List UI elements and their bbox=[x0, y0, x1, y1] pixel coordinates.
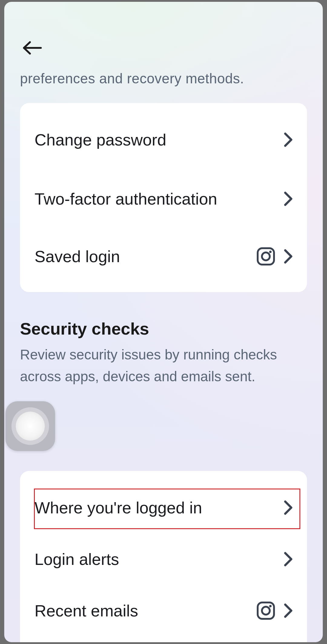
row-label: Two-factor authentication bbox=[35, 188, 284, 209]
svg-rect-4 bbox=[258, 602, 274, 619]
chevron-right-icon bbox=[284, 603, 292, 618]
chevron-right-icon bbox=[284, 192, 292, 206]
instagram-icon bbox=[256, 601, 276, 620]
row-label: Login alerts bbox=[35, 549, 284, 570]
chevron-right-icon bbox=[284, 249, 292, 264]
login-recovery-card: Change password Two-factor authenticatio… bbox=[20, 103, 307, 292]
row-change-password[interactable]: Change password bbox=[35, 114, 292, 165]
header-subtitle: preferences and recovery methods. bbox=[20, 69, 244, 88]
instagram-icon bbox=[256, 247, 276, 266]
security-checks-title: Security checks bbox=[20, 319, 149, 339]
row-label: Recent emails bbox=[35, 600, 256, 621]
row-two-factor-authentication[interactable]: Two-factor authentication bbox=[35, 165, 292, 232]
chevron-right-icon bbox=[284, 552, 292, 566]
assistive-touch-button[interactable] bbox=[5, 401, 55, 451]
svg-point-5 bbox=[262, 607, 270, 615]
row-label: Change password bbox=[35, 129, 284, 150]
svg-rect-1 bbox=[258, 248, 274, 265]
row-login-alerts[interactable]: Login alerts bbox=[35, 533, 292, 585]
row-where-youre-logged-in[interactable]: Where you're logged in bbox=[35, 482, 292, 533]
row-label: Where you're logged in bbox=[35, 497, 284, 518]
security-checks-description: Review security issues by running checks… bbox=[20, 344, 307, 387]
settings-screen: preferences and recovery methods. Change… bbox=[4, 2, 323, 642]
row-recent-emails[interactable]: Recent emails bbox=[35, 585, 292, 636]
row-security-checkup[interactable]: Security Checkup bbox=[35, 636, 292, 642]
row-saved-login[interactable]: Saved login bbox=[35, 232, 292, 281]
chevron-right-icon bbox=[284, 132, 292, 147]
security-checks-card: Where you're logged in Login alerts Rece… bbox=[20, 471, 307, 642]
svg-point-6 bbox=[269, 605, 272, 607]
chevron-right-icon bbox=[284, 500, 292, 515]
row-label: Saved login bbox=[35, 246, 256, 267]
assistive-touch-inner bbox=[16, 412, 45, 441]
back-button[interactable] bbox=[20, 36, 44, 60]
svg-point-2 bbox=[262, 252, 270, 260]
arrow-left-icon bbox=[22, 40, 42, 55]
svg-point-3 bbox=[269, 251, 272, 253]
